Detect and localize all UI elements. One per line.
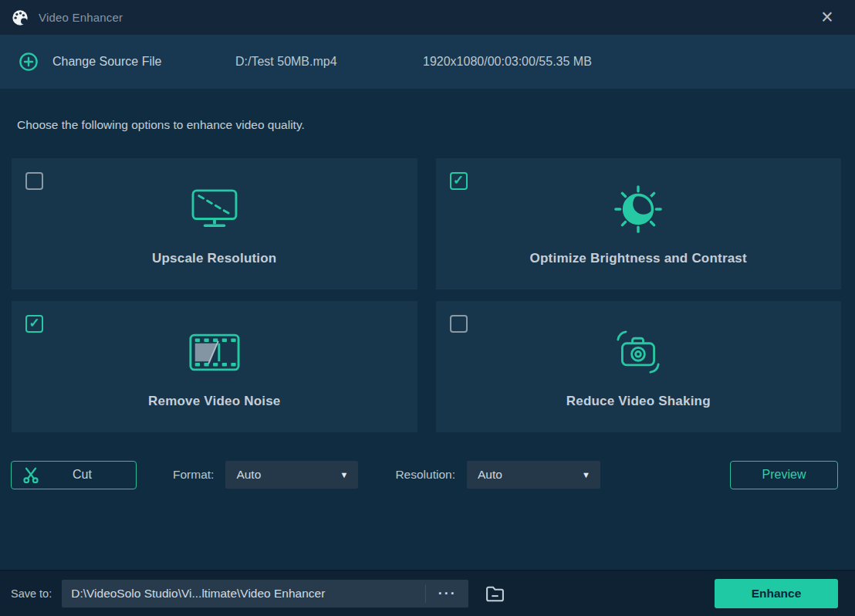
preview-button-label: Preview (762, 468, 806, 482)
option-card-optimize-brightness[interactable]: ✓ Optimize Brightness and Contrast (436, 158, 842, 289)
option-card-reduce-shaking[interactable]: ✓ Reduce Video Shaking (436, 301, 842, 432)
option-card-upscale-resolution[interactable]: ✓ Upscale Resolution (12, 158, 417, 289)
close-icon[interactable]: × (810, 0, 844, 35)
format-label: Format: (173, 468, 214, 482)
source-file-info: 1920x1080/00:03:00/55.35 MB (423, 55, 592, 69)
chevron-down-icon: ▼ (340, 470, 349, 479)
option-card-remove-noise[interactable]: ✓ R (12, 301, 417, 432)
chevron-down-icon: ▼ (582, 470, 590, 479)
check-icon: ✓ (29, 316, 39, 330)
format-dropdown-value: Auto (236, 468, 261, 482)
cut-button-label: Cut (39, 468, 125, 482)
browse-button[interactable]: ··· (425, 584, 468, 603)
brightness-contrast-icon (612, 178, 664, 240)
option-checkbox-2[interactable]: ✓ (25, 315, 43, 333)
camera-shake-icon (614, 321, 662, 383)
resolution-dropdown[interactable]: Auto ▼ (467, 461, 600, 489)
scissors-icon (22, 466, 39, 483)
option-checkbox-0[interactable]: ✓ (25, 172, 43, 190)
change-source-file-label: Change Source File (52, 55, 161, 69)
folder-icon (487, 587, 503, 601)
add-circle-icon (19, 52, 39, 72)
palette-icon (11, 8, 29, 27)
format-dropdown[interactable]: Auto ▼ (225, 461, 358, 489)
title-bar: Video Enhancer × (0, 0, 855, 35)
option-label: Remove Video Noise (148, 394, 280, 409)
window-title: Video Enhancer (39, 11, 123, 24)
resolution-dropdown-value: Auto (478, 468, 502, 482)
enhance-button-label: Enhance (752, 587, 802, 601)
save-path-value: D:\VideoSolo Studio\Vi...ltimate\Video E… (62, 587, 425, 601)
change-source-file-button[interactable]: Change Source File (19, 52, 161, 72)
cut-button[interactable]: Cut (11, 461, 137, 489)
option-label: Reduce Video Shaking (566, 394, 711, 409)
check-icon: ✓ (453, 174, 464, 187)
open-folder-button[interactable] (481, 580, 509, 608)
toolbar: Cut Format: Auto ▼ Resolution: Auto ▼ Pr… (11, 460, 838, 489)
save-to-label: Save to: (11, 587, 52, 600)
enhance-button[interactable]: Enhance (715, 579, 838, 608)
save-path-field[interactable]: D:\VideoSolo Studio\Vi...ltimate\Video E… (62, 580, 468, 608)
source-file-name: D:/Test 50MB.mp4 (235, 55, 337, 69)
instruction-text: Choose the following options to enhance … (17, 118, 305, 132)
options-grid: ✓ Upscale Resolution ✓ (12, 158, 841, 432)
footer-bar: Save to: D:\VideoSolo Studio\Vi...ltimat… (0, 570, 855, 616)
film-strip-icon (188, 321, 241, 383)
ellipsis-icon: ··· (438, 586, 457, 602)
option-checkbox-3[interactable]: ✓ (450, 315, 468, 333)
option-label: Upscale Resolution (152, 251, 276, 266)
preview-button[interactable]: Preview (730, 461, 838, 489)
source-bar: Change Source File D:/Test 50MB.mp4 1920… (0, 35, 855, 89)
resolution-label: Resolution: (395, 468, 455, 482)
monitor-upscale-icon (191, 178, 238, 240)
option-checkbox-1[interactable]: ✓ (450, 172, 468, 190)
option-label: Optimize Brightness and Contrast (530, 251, 747, 266)
